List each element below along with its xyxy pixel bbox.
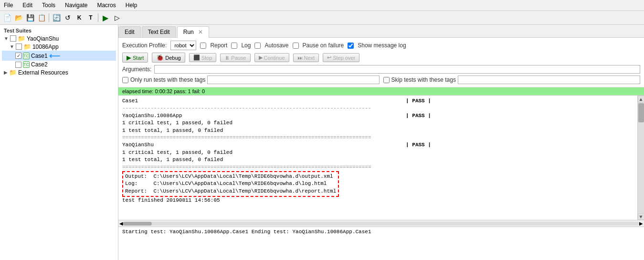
tab-run-label: Run xyxy=(183,29,194,35)
menu-tools[interactable]: Tools xyxy=(40,1,57,10)
toolbar-k-btn[interactable]: K xyxy=(74,12,84,23)
step-over-icon: ↩ xyxy=(327,54,331,61)
start-label: Start xyxy=(133,55,144,61)
hscrollbar-left[interactable]: ◀ xyxy=(119,221,123,226)
skip-tests-checkbox[interactable] xyxy=(383,77,390,83)
toolbar-refresh2-btn[interactable]: ↺ xyxy=(63,12,73,23)
vscrollbar-track xyxy=(638,102,644,213)
tab-edit-label: Edit xyxy=(125,29,135,35)
output-area: elapsed time: 0:00:32 pass: 1 fail: 0 Ca… xyxy=(118,87,644,260)
stop-button[interactable]: ⬛ Stop xyxy=(189,53,217,62)
report-label: Report xyxy=(210,42,227,49)
folder-icon-2: 📁 xyxy=(23,43,31,50)
sidebar-item-external[interactable]: ▶ 📁 External Resources xyxy=(2,68,116,76)
skip-tests-label: Skip tests with these tags xyxy=(391,76,456,83)
sidebar-item-case1[interactable]: ✓ TC Case1 ⟵ xyxy=(2,51,116,61)
sidebar-title: Test Suites xyxy=(2,27,116,34)
only-run-tags-input[interactable] xyxy=(207,76,379,84)
pause-on-failure-checkbox[interactable] xyxy=(293,43,299,49)
vscrollbar-thumb[interactable] xyxy=(638,103,644,122)
run-panel: Execution Profile: robot Report Log Auto… xyxy=(118,38,644,87)
tree-checkbox-yaoqianshu[interactable] xyxy=(10,35,16,42)
skip-tests-input[interactable] xyxy=(458,76,640,84)
run-args-row: Arguments: xyxy=(122,65,640,74)
toolbar-t-btn[interactable]: T xyxy=(85,12,96,23)
output-main: Case1 | PASS | -------------------------… xyxy=(118,96,644,220)
arguments-label: Arguments: xyxy=(122,66,151,73)
tab-textedit-label: Text Edit xyxy=(148,29,170,35)
tab-textedit[interactable]: Text Edit xyxy=(142,26,176,37)
arguments-input[interactable] xyxy=(154,65,640,74)
menu-edit[interactable]: Edit xyxy=(21,1,34,10)
sidebar-item-yaoqianshu[interactable]: ▼ 📁 YaoQianShu xyxy=(2,34,116,43)
stop-label: Stop xyxy=(201,55,212,61)
toolbar-new-btn[interactable]: 📄 xyxy=(2,12,12,23)
run-tags-row: Only run tests with these tags Skip test… xyxy=(122,76,640,84)
show-message-log-checkbox[interactable] xyxy=(348,43,354,49)
next-button[interactable]: ⏭ Next xyxy=(293,54,319,62)
continue-icon: ▶ xyxy=(259,54,263,61)
testcase-icon-case1: TC xyxy=(23,53,30,59)
show-message-log-label: Show message log xyxy=(358,42,406,49)
main-layout: Test Suites ▼ 📁 YaoQianShu ▼ 📁 10086App … xyxy=(0,25,644,260)
hscrollbar-thumb[interactable] xyxy=(123,222,152,226)
continue-button[interactable]: ▶ Continue xyxy=(254,53,289,62)
start-button[interactable]: ▶ Start xyxy=(122,53,148,63)
only-run-tags-label: Only run tests with these tags xyxy=(130,76,205,83)
tree-expand-arrow: ▼ xyxy=(4,36,9,41)
tree-checkbox-10086app[interactable] xyxy=(16,43,22,50)
toolbar-sep-1 xyxy=(49,13,49,22)
pause-button[interactable]: ⏸ Pause xyxy=(220,54,250,62)
menu-help[interactable]: Help xyxy=(124,1,139,10)
toolbar-open-btn[interactable]: 📂 xyxy=(13,12,24,23)
tabs-bar: Edit Text Edit Run ✕ xyxy=(118,25,644,38)
autosave-checkbox[interactable] xyxy=(254,43,261,49)
report-checkbox[interactable] xyxy=(200,43,206,49)
output-text-area[interactable]: Case1 | PASS | -------------------------… xyxy=(118,96,637,220)
sidebar-item-case2[interactable]: TC Case2 xyxy=(2,61,116,68)
pause-on-failure-label: Pause on failure xyxy=(303,42,344,49)
tree-label-yaoqianshu: YaoQianShu xyxy=(27,35,59,42)
content-area: Edit Text Edit Run ✕ Execution Profile: … xyxy=(118,25,644,260)
testcase-icon-case2: TC xyxy=(23,61,30,68)
toolbar-save-btn[interactable]: 💾 xyxy=(25,12,35,23)
output-hscrollbar[interactable]: ◀ ▶ xyxy=(118,220,644,227)
execution-profile-select[interactable]: robot xyxy=(170,41,196,50)
pause-icon: ⏸ xyxy=(224,55,230,61)
hscrollbar-right[interactable]: ▶ xyxy=(639,221,643,226)
sidebar-item-10086app[interactable]: ▼ 📁 10086App xyxy=(2,43,116,51)
next-icon: ⏭ xyxy=(297,55,303,61)
debug-icon: 🐞 xyxy=(156,54,164,61)
menu-navigate[interactable]: Navigate xyxy=(63,1,89,10)
execution-profile-label: Execution Profile: xyxy=(122,42,167,49)
vscrollbar-up[interactable]: ▲ xyxy=(638,96,644,102)
log-label: Log xyxy=(241,42,251,49)
menu-macros[interactable]: Macros xyxy=(95,1,117,10)
toolbar: 📄 📂 💾 📋 🔄 ↺ K T ▶ ▷ xyxy=(0,11,644,25)
debug-button[interactable]: 🐞 Debug xyxy=(152,53,185,63)
tree-label-10086app: 10086App xyxy=(32,43,59,50)
tree-checkbox-case1[interactable]: ✓ xyxy=(15,53,21,59)
vscrollbar-down[interactable]: ▼ xyxy=(638,213,644,220)
run-row-1: Execution Profile: robot Report Log Auto… xyxy=(122,41,640,50)
pause-label: Pause xyxy=(231,55,246,61)
tab-run[interactable]: Run ✕ xyxy=(177,26,209,38)
skip-tests-section: Skip tests with these tags xyxy=(383,76,641,84)
output-vscrollbar[interactable]: ▲ ▼ xyxy=(637,96,644,220)
tab-run-close[interactable]: ✕ xyxy=(198,29,203,35)
step-over-button[interactable]: ↩ Step over xyxy=(323,53,359,62)
only-run-tags-checkbox[interactable] xyxy=(122,77,128,83)
toolbar-run-btn[interactable]: ▶ xyxy=(100,12,111,23)
start-icon: ▶ xyxy=(127,54,131,61)
log-panel: Starting test: YaoQianShu.10086App.Case1… xyxy=(118,227,644,260)
toolbar-refresh-btn[interactable]: 🔄 xyxy=(51,12,62,23)
toolbar-saveas-btn[interactable]: 📋 xyxy=(36,12,47,23)
output-status-bar: elapsed time: 0:00:32 pass: 1 fail: 0 xyxy=(118,87,644,96)
menu-file[interactable]: File xyxy=(2,1,15,10)
tab-edit[interactable]: Edit xyxy=(118,26,141,37)
toolbar-arrow-btn[interactable]: ▷ xyxy=(112,12,122,23)
log-checkbox[interactable] xyxy=(231,43,237,49)
arrow-pointer-icon: ⟵ xyxy=(49,51,60,60)
external-folder-icon: 📁 xyxy=(9,69,17,76)
tree-checkbox-case2[interactable] xyxy=(15,62,21,68)
